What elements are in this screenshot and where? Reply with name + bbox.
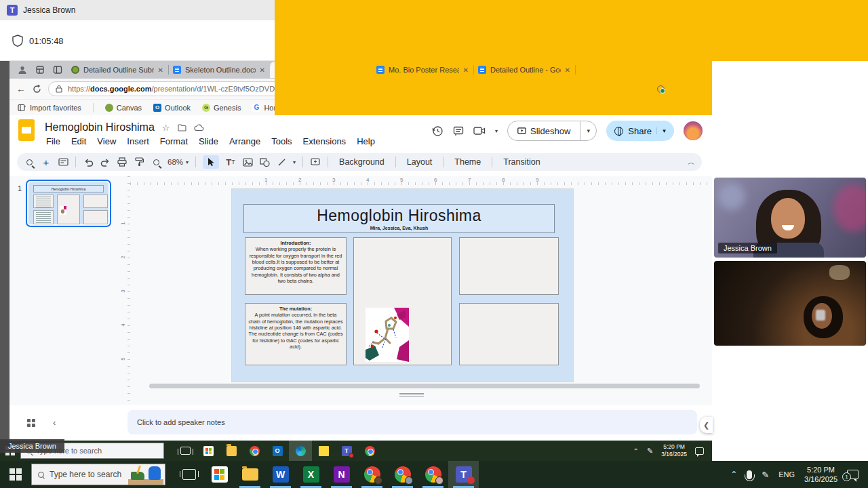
toolbar-search-icon[interactable] <box>24 155 35 169</box>
chrome-1-button[interactable] <box>357 461 387 488</box>
notes-resize-handle[interactable] <box>399 393 424 396</box>
print-icon[interactable] <box>117 155 127 169</box>
share-options-chevron-icon[interactable]: ▾ <box>656 127 671 134</box>
browser-tab-4[interactable]: Mo. Bio Poster Research - ✕ <box>372 62 473 77</box>
slideshow-button[interactable]: Slideshow <box>508 121 580 140</box>
participant-video-1[interactable]: Jessica Brown <box>714 178 866 258</box>
document-title[interactable]: Hemoglobin Hiroshima <box>45 121 155 134</box>
store-button[interactable] <box>204 461 235 488</box>
redo-icon[interactable] <box>100 155 111 169</box>
shared-chrome-button[interactable] <box>243 441 266 461</box>
zoom-tool-icon[interactable] <box>151 155 161 169</box>
meet-camera-icon[interactable] <box>473 127 486 135</box>
shared-file-explorer-button[interactable] <box>220 441 243 461</box>
slide-thumbnail-1[interactable]: Hemoglobin Hiroshima <box>26 180 111 227</box>
grid-view-icon[interactable] <box>27 419 36 428</box>
line-options-chevron-icon[interactable]: ▾ <box>293 159 296 165</box>
speaker-notes-input[interactable]: Click to add speaker notes <box>127 410 697 434</box>
tab-actions-icon[interactable] <box>49 63 66 77</box>
start-button[interactable] <box>0 461 31 488</box>
background-button[interactable]: Background <box>335 157 389 167</box>
insert-image-icon[interactable] <box>242 155 253 169</box>
back-icon[interactable]: ← <box>16 83 26 94</box>
menu-slide[interactable]: Slide <box>193 136 224 146</box>
menu-arrange[interactable]: Arrange <box>224 136 266 146</box>
middle-content-box[interactable] <box>353 237 452 365</box>
word-button[interactable]: W <box>265 461 296 488</box>
filmstrip-collapse-icon[interactable]: ‹ <box>53 418 56 428</box>
shared-clock[interactable]: 5:20 PM 3/16/2025 <box>661 443 687 458</box>
slide-title-box[interactable]: Hemoglobin Hiroshima Mira, Jessica, Eva,… <box>243 204 555 233</box>
document-status-cloud-icon[interactable] <box>194 124 204 131</box>
comments-icon[interactable] <box>453 126 464 136</box>
menu-insert[interactable]: Insert <box>121 136 155 146</box>
browser-tab-5[interactable]: Detailed Outline - Google ✕ <box>473 62 575 77</box>
toolbar-collapse-icon[interactable]: ︿ <box>688 157 695 167</box>
insert-line-icon[interactable] <box>276 155 287 169</box>
shared-teams-button[interactable]: T <box>335 441 358 461</box>
layout-button[interactable]: Layout <box>403 157 437 167</box>
file-explorer-button[interactable] <box>235 461 265 488</box>
browser-tab-1[interactable]: Detailed Outline Submissio ✕ <box>66 62 168 77</box>
tab-close-icon[interactable]: ✕ <box>260 66 265 74</box>
molecule-image[interactable] <box>366 308 409 362</box>
shared-action-center-icon[interactable] <box>695 447 704 455</box>
menu-help[interactable]: Help <box>351 136 380 146</box>
browser-tab-2[interactable]: Skeleton Outline.docx - Go ✕ <box>168 62 270 77</box>
action-center-icon[interactable]: 1 <box>847 470 859 479</box>
tray-mic-icon[interactable] <box>747 470 752 479</box>
shared-store-button[interactable] <box>197 441 220 461</box>
input-language[interactable]: ENG <box>778 470 795 479</box>
excel-button[interactable]: X <box>296 461 326 488</box>
text-box-tool-icon[interactable]: TT <box>225 155 236 169</box>
theme-button[interactable]: Theme <box>450 157 485 167</box>
chrome-3-button[interactable] <box>418 461 448 488</box>
move-to-folder-icon[interactable] <box>178 124 186 131</box>
shared-chrome-2-button[interactable] <box>358 441 381 461</box>
taskbar-clock[interactable]: 5:20 PM 3/16/2025 <box>804 465 837 485</box>
shared-pen-icon[interactable]: ✎ <box>647 447 653 455</box>
shared-outlook-button[interactable]: O <box>266 441 289 461</box>
participant-video-2[interactable] <box>714 261 866 346</box>
insert-shape-icon[interactable] <box>259 155 270 169</box>
import-favorites-button[interactable]: Import favorites <box>18 104 81 112</box>
shared-edge-button[interactable] <box>289 441 312 461</box>
shared-sticky-notes-button[interactable] <box>312 441 335 461</box>
panel-collapse-chevron[interactable]: ❮ <box>700 417 713 433</box>
favorite-outlook[interactable]: OOutlook <box>153 104 191 112</box>
shared-task-view-button[interactable] <box>174 441 197 461</box>
favorite-canvas[interactable]: Canvas <box>105 104 142 112</box>
version-history-icon[interactable] <box>432 125 443 137</box>
slide-canvas[interactable]: Hemoglobin Hiroshima Mira, Jessica, Eva,… <box>232 189 573 382</box>
undo-icon[interactable] <box>83 155 94 169</box>
right-top-content-box[interactable] <box>459 237 559 295</box>
star-document-icon[interactable]: ☆ <box>162 123 170 133</box>
menu-extensions[interactable]: Extensions <box>298 136 352 146</box>
tab-close-icon[interactable]: ✕ <box>565 66 570 74</box>
new-slide-layout-icon[interactable] <box>58 155 68 169</box>
mutation-text-box[interactable]: The mutation:A point mutation occurred, … <box>245 303 347 365</box>
taskbar-search-box[interactable]: Type here to search <box>31 464 165 485</box>
chrome-2-button[interactable] <box>387 461 418 488</box>
intro-text-box[interactable]: Introduction:When working properly the p… <box>245 237 347 295</box>
workspaces-icon[interactable] <box>31 63 49 77</box>
right-bottom-content-box[interactable] <box>459 303 559 365</box>
insert-comment-icon[interactable] <box>310 155 321 169</box>
select-tool-button[interactable] <box>203 155 219 169</box>
task-view-button[interactable] <box>174 461 204 488</box>
menu-edit[interactable]: Edit <box>66 136 92 146</box>
share-document-button[interactable]: Share ▾ <box>606 121 674 141</box>
tray-pen-icon[interactable]: ✎ <box>762 470 769 480</box>
refresh-icon[interactable] <box>33 85 41 94</box>
new-slide-button[interactable]: + <box>41 155 52 169</box>
zoom-level-select[interactable]: 68%▾ <box>167 158 189 166</box>
browser-profile-icon[interactable] <box>14 63 31 77</box>
favorite-genesis[interactable]: GGenesis <box>202 104 241 112</box>
horizontal-scrollbar[interactable] <box>149 384 700 388</box>
paint-format-icon[interactable] <box>134 155 144 169</box>
menu-view[interactable]: View <box>92 136 121 146</box>
browser-tab-3-active[interactable]: Hemoglobin Hiroshima - G ✕ <box>270 62 372 78</box>
transition-button[interactable]: Transition <box>499 157 544 167</box>
onenote-button[interactable]: N <box>326 461 357 488</box>
slideshow-options-chevron-icon[interactable]: ▾ <box>580 121 596 140</box>
